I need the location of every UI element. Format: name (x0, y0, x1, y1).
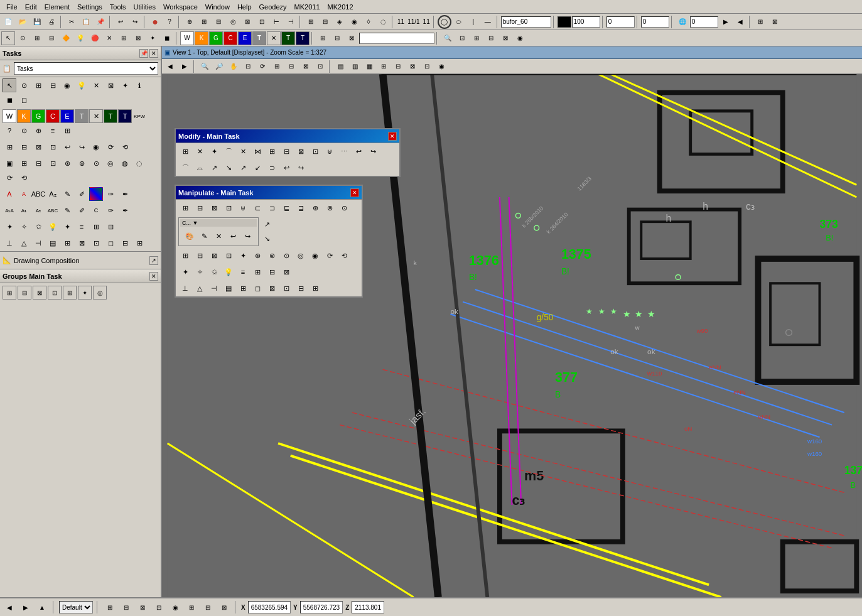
tool7-4[interactable]: ▤ (46, 236, 60, 250)
tb-snap3[interactable]: ⊟ (212, 15, 225, 29)
mani4-10[interactable]: ⊞ (308, 281, 322, 295)
mani4-6[interactable]: ◻ (251, 281, 264, 295)
palette-kpw[interactable]: KPW (132, 109, 146, 123)
tb-circle[interactable]: ● (148, 15, 162, 29)
vt-misc3[interactable]: ⊠ (299, 60, 313, 73)
menu-edit[interactable]: Edit (21, 2, 41, 12)
vt-layer7[interactable]: ⊡ (420, 60, 434, 73)
vt-misc4[interactable]: ⊡ (313, 60, 327, 73)
tool7-2[interactable]: △ (17, 236, 31, 250)
mod-8[interactable]: ⊟ (279, 144, 293, 158)
menu-element[interactable]: Element (41, 2, 73, 12)
tool7-6[interactable]: ⊠ (75, 236, 89, 250)
tb2-t1[interactable]: T (252, 31, 266, 45)
tb2-search[interactable]: 🔍 (441, 31, 455, 45)
tb-copy[interactable]: 📋 (79, 15, 93, 29)
ms1-2[interactable]: ✎ (197, 229, 211, 243)
mr-1[interactable]: ↗ (260, 217, 274, 231)
mani-6[interactable]: ⊏ (251, 201, 264, 215)
mod2-3[interactable]: ↗ (207, 161, 221, 175)
group-btn-3[interactable]: ⊠ (33, 286, 46, 300)
val3-input[interactable] (690, 16, 718, 28)
tool3-10[interactable]: ◌ (132, 156, 146, 170)
sb-btn3[interactable]: ⊠ (136, 600, 149, 614)
sb-btn4[interactable]: ⊡ (152, 600, 166, 614)
tool3-7[interactable]: ⊙ (89, 156, 103, 170)
mr-2[interactable]: ↘ (260, 232, 274, 246)
vt-layer4[interactable]: ⊞ (377, 60, 391, 73)
tb2-opt1[interactable]: ⊞ (316, 31, 330, 45)
tool4-4[interactable]: A₂ (46, 187, 60, 201)
tb-paste[interactable]: 📌 (94, 15, 107, 29)
mod-14[interactable]: ↪ (366, 144, 380, 158)
vt-layer1[interactable]: ▤ (333, 60, 347, 73)
tb-snap10[interactable]: ⊟ (318, 15, 332, 29)
tb2-misc3[interactable]: ⊟ (484, 31, 498, 45)
tasks-pin[interactable]: 📌 (139, 49, 148, 58)
tb-snap13[interactable]: ◊ (362, 15, 375, 29)
menu-settings[interactable]: Settings (73, 2, 106, 12)
tb2-elem7[interactable]: ⊞ (117, 31, 131, 45)
palette-misc2[interactable]: ⊕ (31, 124, 45, 138)
mod-3[interactable]: ✦ (207, 144, 221, 158)
vt-layer3[interactable]: ▦ (362, 60, 376, 73)
mani4-8[interactable]: ⊡ (279, 281, 293, 295)
mani2-2[interactable]: ⊟ (193, 249, 207, 262)
tb2-elem2[interactable]: ⊟ (45, 31, 58, 45)
mani-10[interactable]: ⊛ (308, 201, 322, 215)
mani2-4[interactable]: ⊡ (222, 249, 235, 262)
tb2-g[interactable]: G (209, 31, 223, 45)
group-btn-2[interactable]: ⊟ (18, 286, 31, 300)
mod2-8[interactable]: ↩ (279, 161, 293, 175)
tb-snap6[interactable]: ⊡ (255, 15, 269, 29)
tool5-6[interactable]: ✐ (75, 203, 89, 217)
tb2-k[interactable]: K (195, 31, 208, 45)
mod2-7[interactable]: ⊃ (265, 161, 279, 175)
group-btn-circle[interactable]: ◎ (93, 286, 107, 300)
ms1-1[interactable]: 🎨 (183, 229, 197, 243)
mani-2[interactable]: ⊟ (193, 201, 207, 215)
tb-extra1[interactable]: ⊞ (753, 15, 767, 29)
mod2-9[interactable]: ↪ (294, 161, 308, 175)
tb-snap14[interactable]: ◌ (376, 15, 390, 29)
palette-misc4[interactable]: ⊞ (60, 124, 74, 138)
mani4-5[interactable]: ⊞ (236, 281, 250, 295)
tb2-t3[interactable]: T (281, 31, 295, 45)
tb-snap11[interactable]: ◈ (333, 15, 347, 29)
tool5-5[interactable]: ✎ (60, 203, 74, 217)
tb-save[interactable]: 💾 (30, 15, 44, 29)
tool-del[interactable]: ✕ (89, 78, 103, 92)
mani-8[interactable]: ⊑ (279, 201, 293, 215)
group-btn-4[interactable]: ⊡ (48, 286, 62, 300)
menu-geodezy[interactable]: Geodezy (256, 2, 291, 12)
sb-btn8[interactable]: ⊠ (217, 600, 231, 614)
tb2-e[interactable]: E (238, 31, 252, 45)
mod2-5[interactable]: ↗ (236, 161, 250, 175)
palette-c[interactable]: C (46, 109, 60, 123)
tb2-elem4[interactable]: 💡 (73, 31, 87, 45)
palette-k[interactable]: K (17, 109, 31, 123)
tool5-4[interactable]: ABC (46, 203, 60, 217)
sb-btn2[interactable]: ⊟ (119, 600, 133, 614)
tb2-misc4[interactable]: ⊠ (498, 31, 512, 45)
vt-rotate[interactable]: ⟳ (256, 60, 269, 73)
tb-redo[interactable]: ↪ (128, 15, 142, 29)
mod2-1[interactable]: ⌒ (178, 161, 192, 175)
mod-9[interactable]: ⊠ (294, 144, 308, 158)
tool6-3[interactable]: ✩ (31, 220, 45, 234)
tool3-6[interactable]: ⊚ (75, 156, 89, 170)
tool-r2[interactable]: ◻ (17, 93, 31, 107)
mani3-3[interactable]: ✩ (207, 265, 221, 279)
mod-5[interactable]: ✕ (236, 144, 250, 158)
tb2-elem9[interactable]: ✦ (146, 31, 159, 45)
mod-10[interactable]: ⊡ (308, 144, 322, 158)
tb2-elem6[interactable]: ✕ (102, 31, 116, 45)
dc-expand[interactable]: ↗ (149, 256, 158, 265)
mani2-7[interactable]: ⊚ (265, 249, 279, 262)
mani-4[interactable]: ⊡ (222, 201, 235, 215)
tool3-1[interactable]: ▣ (3, 156, 16, 170)
tool-node[interactable]: ⊙ (17, 78, 31, 92)
mani-11[interactable]: ⊚ (323, 201, 337, 215)
mod2-6[interactable]: ↙ (251, 161, 264, 175)
mani-5[interactable]: ⊎ (236, 201, 250, 215)
